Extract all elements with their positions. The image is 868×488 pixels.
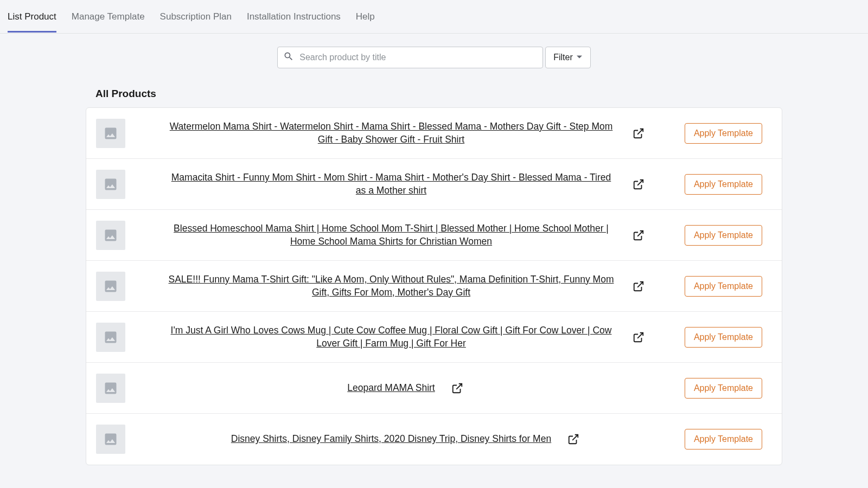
product-thumbnail	[96, 323, 125, 352]
product-title-link[interactable]: SALE!!! Funny Mama T-Shirt Gift: "Like A…	[166, 273, 616, 299]
product-row: I'm Just A Girl Who Loves Cows Mug | Cut…	[86, 312, 782, 363]
product-thumbnail	[96, 119, 125, 148]
external-link-icon[interactable]	[633, 229, 644, 241]
apply-template-button[interactable]: Apply Template	[685, 378, 762, 399]
tab-help[interactable]: Help	[356, 2, 375, 32]
title-wrap: Disney Shirts, Disney Family Shirts, 202…	[150, 433, 660, 446]
product-row: Mamacita Shirt - Funny Mom Shirt - Mom S…	[86, 159, 782, 210]
external-link-icon[interactable]	[633, 127, 644, 139]
title-wrap: Watermelon Mama Shirt - Watermelon Shirt…	[150, 120, 660, 146]
apply-template-button[interactable]: Apply Template	[685, 174, 762, 195]
apply-template-button[interactable]: Apply Template	[685, 123, 762, 144]
product-title-link[interactable]: Blessed Homeschool Mama Shirt | Home Sch…	[166, 222, 616, 248]
external-link-icon[interactable]	[567, 433, 579, 445]
search-box	[277, 47, 543, 68]
product-title-link[interactable]: Watermelon Mama Shirt - Watermelon Shirt…	[166, 120, 616, 146]
section-title: All Products	[95, 88, 868, 100]
product-row: Blessed Homeschool Mama Shirt | Home Sch…	[86, 210, 782, 261]
chevron-down-icon	[576, 53, 583, 62]
search-input[interactable]	[299, 53, 537, 62]
product-thumbnail	[96, 170, 125, 199]
tabs-nav: List ProductManage TemplateSubscription …	[0, 0, 868, 34]
apply-template-button[interactable]: Apply Template	[685, 429, 762, 450]
apply-template-button[interactable]: Apply Template	[685, 225, 762, 246]
product-row: Leopard MAMA ShirtApply Template	[86, 363, 782, 414]
external-link-icon[interactable]	[633, 178, 644, 190]
product-thumbnail	[96, 272, 125, 301]
title-wrap: Leopard MAMA Shirt	[150, 382, 660, 395]
product-title-link[interactable]: Leopard MAMA Shirt	[347, 382, 435, 395]
title-wrap: Blessed Homeschool Mama Shirt | Home Sch…	[150, 222, 660, 248]
search-icon	[283, 51, 294, 64]
product-thumbnail	[96, 374, 125, 403]
tab-list-product[interactable]: List Product	[8, 2, 56, 32]
title-wrap: SALE!!! Funny Mama T-Shirt Gift: "Like A…	[150, 273, 660, 299]
product-title-link[interactable]: Disney Shirts, Disney Family Shirts, 202…	[231, 433, 551, 446]
search-row: Filter	[0, 47, 868, 68]
product-thumbnail	[96, 221, 125, 250]
external-link-icon[interactable]	[451, 382, 463, 394]
title-wrap: Mamacita Shirt - Funny Mom Shirt - Mom S…	[150, 171, 660, 197]
apply-template-button[interactable]: Apply Template	[685, 327, 762, 348]
apply-template-button[interactable]: Apply Template	[685, 276, 762, 297]
tab-installation-instructions[interactable]: Installation Instructions	[247, 2, 341, 32]
tab-manage-template[interactable]: Manage Template	[72, 2, 145, 32]
filter-label: Filter	[553, 53, 573, 62]
product-list: Watermelon Mama Shirt - Watermelon Shirt…	[86, 107, 782, 465]
title-wrap: I'm Just A Girl Who Loves Cows Mug | Cut…	[150, 324, 660, 350]
external-link-icon[interactable]	[633, 280, 644, 292]
external-link-icon[interactable]	[633, 331, 644, 343]
product-title-link[interactable]: I'm Just A Girl Who Loves Cows Mug | Cut…	[166, 324, 616, 350]
tab-subscription-plan[interactable]: Subscription Plan	[160, 2, 232, 32]
filter-button[interactable]: Filter	[545, 47, 591, 68]
product-row: SALE!!! Funny Mama T-Shirt Gift: "Like A…	[86, 261, 782, 312]
product-row: Disney Shirts, Disney Family Shirts, 202…	[86, 414, 782, 465]
product-title-link[interactable]: Mamacita Shirt - Funny Mom Shirt - Mom S…	[166, 171, 616, 197]
product-thumbnail	[96, 425, 125, 454]
product-row: Watermelon Mama Shirt - Watermelon Shirt…	[86, 108, 782, 159]
